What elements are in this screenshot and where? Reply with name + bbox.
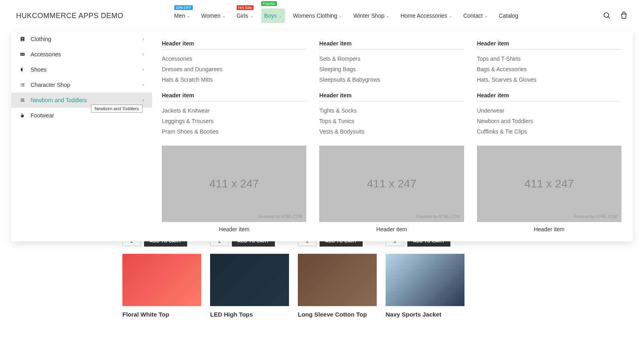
header-icons <box>603 12 628 20</box>
nav-item-catalog[interactable]: Catalog <box>499 12 518 19</box>
nav-label: Contact <box>463 12 483 19</box>
svg-line-1 <box>608 17 610 19</box>
chevron-down-icon: ⌄ <box>250 14 253 18</box>
chevron-down-icon: ⌄ <box>222 14 225 18</box>
nav-label: Womens Clothing <box>293 12 337 19</box>
top-nav: 10% OFFMen⌄Women⌄Hot SaleGirls⌄PopularBo… <box>174 12 518 19</box>
nav-item-home-accessories[interactable]: Home Accessories⌄ <box>400 12 452 19</box>
nav-item-girls[interactable]: Hot SaleGirls⌄ <box>237 12 253 19</box>
site-logo[interactable]: HUKCOMMERCE APPS DEMO <box>16 12 124 20</box>
chevron-down-icon: ⌄ <box>279 14 282 18</box>
chevron-down-icon: ⌄ <box>449 14 452 18</box>
nav-badge: 10% OFF <box>174 5 193 10</box>
svg-point-0 <box>604 13 609 18</box>
nav-item-winter-shop[interactable]: Winter Shop⌄ <box>353 12 389 19</box>
nav-label: Girls <box>237 12 248 19</box>
chevron-down-icon: ⌄ <box>484 14 487 18</box>
nav-badge: Hot Sale <box>237 5 254 10</box>
nav-label: Home Accessories <box>400 12 447 19</box>
nav-item-women[interactable]: Women⌄ <box>201 12 225 19</box>
nav-item-womens-clothing[interactable]: Womens Clothing⌄ <box>293 12 342 19</box>
nav-item-contact[interactable]: Contact⌄ <box>463 12 487 19</box>
nav-label: Women <box>201 12 221 19</box>
nav-item-boys[interactable]: PopularBoys⌄ <box>261 8 285 23</box>
chevron-down-icon: ⌄ <box>386 14 389 18</box>
nav-label: Men <box>174 12 185 19</box>
nav-label: Winter Shop <box>353 12 384 19</box>
header: HUKCOMMERCE APPS DEMO 10% OFFMen⌄Women⌄H… <box>0 0 644 31</box>
chevron-down-icon: ⌄ <box>187 14 190 18</box>
nav-item-men[interactable]: 10% OFFMen⌄ <box>174 12 190 19</box>
cart-icon[interactable] <box>620 12 628 20</box>
nav-badge: Popular <box>261 1 277 6</box>
search-icon[interactable] <box>603 12 611 20</box>
nav-label: Catalog <box>499 12 518 19</box>
nav-label: Boys <box>264 12 277 19</box>
chevron-down-icon: ⌄ <box>339 14 342 18</box>
